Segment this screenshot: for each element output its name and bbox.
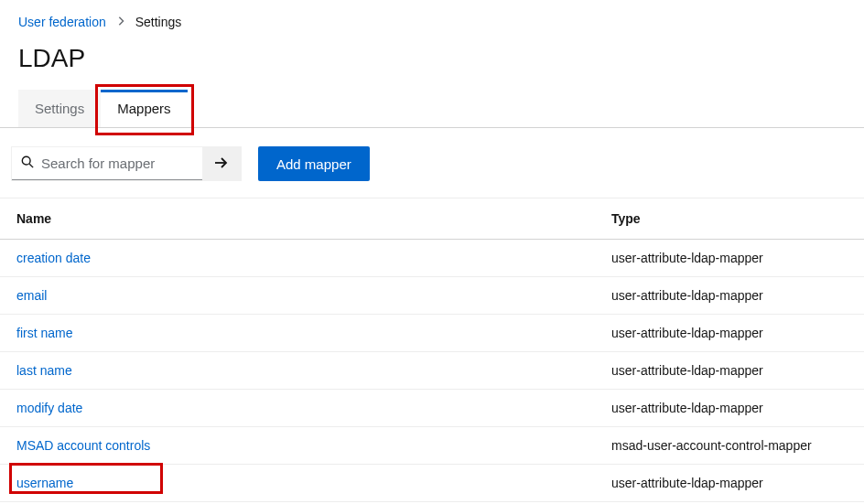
mapper-type: user-attribute-ldap-mapper: [595, 240, 864, 277]
search-icon: [21, 155, 34, 171]
table-row: MSAD account controls msad-user-account-…: [0, 427, 864, 465]
breadcrumb: User federation Settings: [0, 0, 864, 33]
breadcrumb-parent-link[interactable]: User federation: [18, 15, 106, 29]
mappers-table: Name Type creation date user-attribute-l…: [0, 198, 864, 502]
table-header-type: Type: [595, 198, 864, 240]
mapper-type: user-attribute-ldap-mapper: [595, 390, 864, 427]
mapper-type: user-attribute-ldap-mapper: [595, 277, 864, 315]
table-row: creation date user-attribute-ldap-mapper: [0, 240, 864, 277]
table-header-name: Name: [0, 198, 595, 240]
mapper-name-link[interactable]: MSAD account controls: [16, 438, 150, 453]
tab-settings[interactable]: Settings: [18, 90, 101, 127]
chevron-right-icon: [117, 16, 124, 28]
mapper-name-link[interactable]: username: [16, 476, 73, 490]
search-submit-button[interactable]: [202, 147, 241, 180]
toolbar: Add mapper: [0, 128, 864, 198]
table-row: first name user-attribute-ldap-mapper: [0, 315, 864, 352]
mapper-name-link[interactable]: email: [16, 288, 47, 303]
mapper-name-link[interactable]: creation date: [16, 251, 91, 265]
add-mapper-button[interactable]: Add mapper: [258, 146, 370, 181]
mapper-type: user-attribute-ldap-mapper: [595, 465, 864, 502]
table-row: username user-attribute-ldap-mapper: [0, 465, 864, 502]
search-input[interactable]: [41, 155, 193, 171]
tab-mappers[interactable]: Mappers: [101, 90, 187, 127]
mapper-name-link[interactable]: first name: [16, 326, 72, 340]
mapper-type: msad-user-account-control-mapper: [595, 427, 864, 465]
search-group: [11, 146, 242, 181]
mapper-type: user-attribute-ldap-mapper: [595, 315, 864, 352]
breadcrumb-current: Settings: [135, 15, 182, 29]
svg-point-0: [22, 156, 30, 165]
mapper-name-link[interactable]: modify date: [16, 401, 82, 415]
table-row: modify date user-attribute-ldap-mapper: [0, 390, 864, 427]
mapper-type: user-attribute-ldap-mapper: [595, 352, 864, 390]
svg-line-1: [29, 164, 33, 167]
table-row: email user-attribute-ldap-mapper: [0, 277, 864, 315]
tabs: Settings Mappers: [0, 90, 864, 128]
table-row: last name user-attribute-ldap-mapper: [0, 352, 864, 390]
arrow-right-icon: [214, 156, 229, 172]
mapper-name-link[interactable]: last name: [16, 363, 72, 378]
page-title: LDAP: [0, 33, 864, 90]
